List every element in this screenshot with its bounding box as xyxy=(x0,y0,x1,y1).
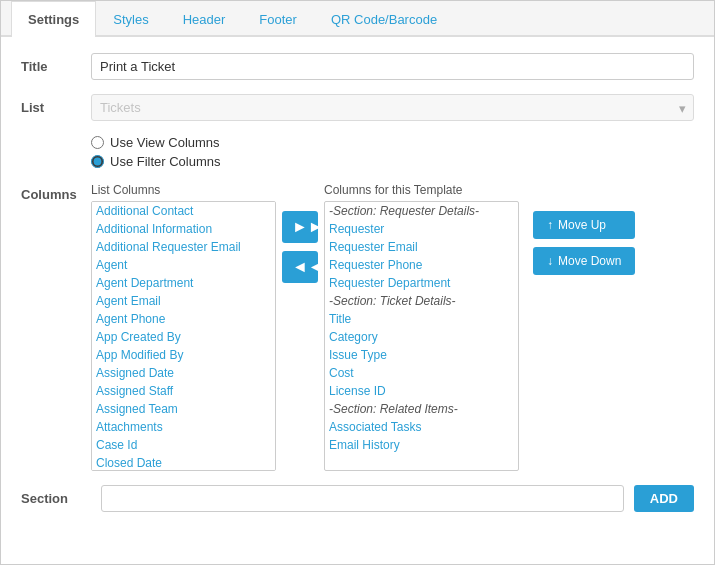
template-item[interactable]: Category xyxy=(325,328,518,346)
columns-body: List Columns Additional ContactAdditiona… xyxy=(91,183,694,471)
settings-content: Title List Tickets ▾ Use View Columns Us… xyxy=(1,37,714,528)
remove-from-template-button[interactable]: ◄◄ xyxy=(282,251,318,283)
template-item[interactable]: License ID xyxy=(325,382,518,400)
list-columns-wrap: List Columns Additional ContactAdditiona… xyxy=(91,183,276,471)
title-input[interactable] xyxy=(91,53,694,80)
list-row: List Tickets ▾ xyxy=(21,94,694,121)
columns-label: Columns xyxy=(21,183,91,202)
template-item[interactable]: Cost xyxy=(325,364,518,382)
template-columns-wrap: Columns for this Template -Section: Requ… xyxy=(324,183,519,471)
template-item[interactable]: Requester Department xyxy=(325,274,518,292)
template-section-item[interactable]: -Section: Related Items- xyxy=(325,400,518,418)
add-to-template-button[interactable]: ►► xyxy=(282,211,318,243)
template-columns-title: Columns for this Template xyxy=(324,183,519,197)
radio-filter-columns[interactable] xyxy=(91,155,104,168)
move-up-button[interactable]: ↑ Move Up xyxy=(533,211,635,239)
radio-view-label: Use View Columns xyxy=(110,135,220,150)
title-row: Title xyxy=(21,53,694,80)
list-item[interactable]: Agent Department xyxy=(92,274,275,292)
template-item[interactable]: Title xyxy=(325,310,518,328)
list-select-wrapper: Tickets ▾ xyxy=(91,94,694,121)
section-row: Section ADD xyxy=(21,485,694,512)
list-item[interactable]: Attachments xyxy=(92,418,275,436)
list-item[interactable]: Assigned Staff xyxy=(92,382,275,400)
template-section-item[interactable]: -Section: Requester Details- xyxy=(325,202,518,220)
template-item[interactable]: Associated Tasks xyxy=(325,418,518,436)
list-columns-title: List Columns xyxy=(91,183,276,197)
radio-view-columns[interactable] xyxy=(91,136,104,149)
tab-settings[interactable]: Settings xyxy=(11,1,96,37)
move-buttons: ↑ Move Up ↓ Move Down xyxy=(533,183,635,275)
list-item[interactable]: Agent Email xyxy=(92,292,275,310)
title-label: Title xyxy=(21,59,91,74)
section-label: Section xyxy=(21,491,91,506)
list-item[interactable]: Additional Requester Email xyxy=(92,238,275,256)
tab-footer[interactable]: Footer xyxy=(242,1,314,37)
move-down-button[interactable]: ↓ Move Down xyxy=(533,247,635,275)
section-input[interactable] xyxy=(101,485,624,512)
list-item[interactable]: Case Id xyxy=(92,436,275,454)
list-item[interactable]: App Modified By xyxy=(92,346,275,364)
list-item[interactable]: Assigned Team xyxy=(92,400,275,418)
arrow-up-icon: ↑ xyxy=(547,218,553,232)
radio-group: Use View Columns Use Filter Columns xyxy=(91,135,694,169)
template-section-item[interactable]: -Section: Ticket Details- xyxy=(325,292,518,310)
list-item[interactable]: Agent xyxy=(92,256,275,274)
list-columns-select[interactable]: Additional ContactAdditional Information… xyxy=(91,201,276,471)
radio-filter-label: Use Filter Columns xyxy=(110,154,221,169)
list-label: List xyxy=(21,100,91,115)
list-item[interactable]: Closed Date xyxy=(92,454,275,471)
template-item[interactable]: Email History xyxy=(325,436,518,454)
add-section-button[interactable]: ADD xyxy=(634,485,694,512)
columns-section: Columns List Columns Additional ContactA… xyxy=(21,183,694,471)
tab-qr-barcode[interactable]: QR Code/Barcode xyxy=(314,1,454,37)
template-item[interactable]: Issue Type xyxy=(325,346,518,364)
template-item[interactable]: Requester Phone xyxy=(325,256,518,274)
arrow-buttons: ►► ◄◄ xyxy=(282,183,318,283)
radio-filter-row: Use Filter Columns xyxy=(91,154,694,169)
list-item[interactable]: App Created By xyxy=(92,328,275,346)
template-item[interactable]: Requester xyxy=(325,220,518,238)
app-container: Settings Styles Header Footer QR Code/Ba… xyxy=(0,0,715,565)
tab-styles[interactable]: Styles xyxy=(96,1,165,37)
list-item[interactable]: Additional Information xyxy=(92,220,275,238)
tab-header[interactable]: Header xyxy=(166,1,243,37)
arrow-down-icon: ↓ xyxy=(547,254,553,268)
template-item[interactable]: Requester Email xyxy=(325,238,518,256)
list-item[interactable]: Assigned Date xyxy=(92,364,275,382)
template-columns-select[interactable]: -Section: Requester Details- Requester R… xyxy=(324,201,519,471)
tab-bar: Settings Styles Header Footer QR Code/Ba… xyxy=(1,1,714,37)
radio-view-row: Use View Columns xyxy=(91,135,694,150)
list-item[interactable]: Additional Contact xyxy=(92,202,275,220)
list-select[interactable]: Tickets xyxy=(91,94,694,121)
list-item[interactable]: Agent Phone xyxy=(92,310,275,328)
